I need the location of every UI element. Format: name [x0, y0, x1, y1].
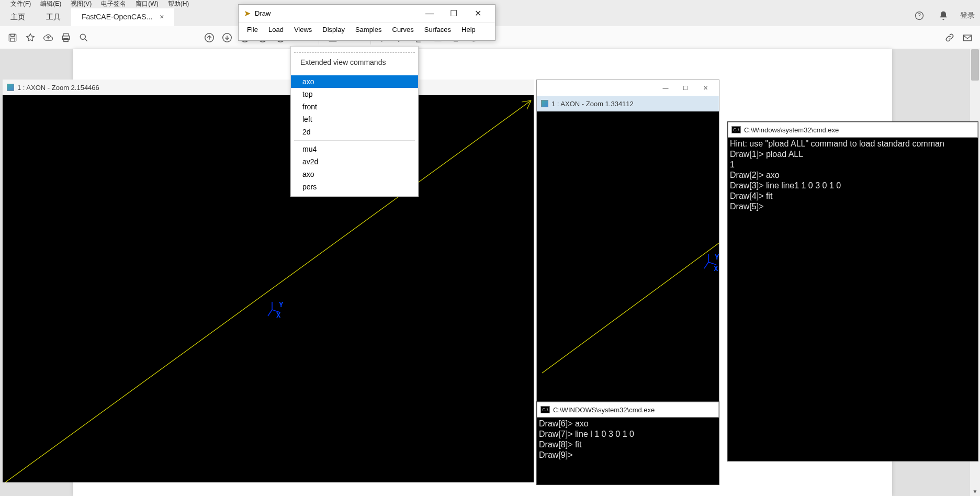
- cmd2-title: C:\Windows\system32\cmd.exe: [744, 126, 839, 134]
- draw-title: Draw: [255, 9, 418, 17]
- menu-display[interactable]: Display: [318, 24, 349, 35]
- menu-item[interactable]: 视图(V): [71, 0, 92, 7]
- tearoff-handle[interactable]: [294, 49, 415, 53]
- draw-app-window: ➤ Draw — ☐ ✕ File Load Views Display Sam…: [238, 4, 495, 41]
- menuitem-top[interactable]: top: [291, 88, 418, 100]
- menu-load[interactable]: Load: [264, 24, 288, 35]
- viewport1-titlebar[interactable]: 1 : AXON - Zoom 2.154466: [3, 80, 534, 95]
- tab-document-label: FastCAE-OpenCAS...: [82, 13, 152, 21]
- viewport-sysicon: [7, 84, 14, 91]
- close-icon[interactable]: ✕: [466, 5, 490, 22]
- viewport2-subtitlebar[interactable]: 1 : AXON - Zoom 1.334112: [537, 96, 719, 111]
- cmd1-title: C:\WINDOWS\system32\cmd.exe: [553, 406, 655, 414]
- close-icon[interactable]: ✕: [696, 82, 715, 94]
- viewport-window-2: — ☐ ✕ 1 : AXON - Zoom 1.334112 Y X: [536, 80, 719, 401]
- svg-rect-4: [10, 38, 15, 41]
- menuitem-axo[interactable]: axo: [291, 75, 418, 88]
- viewport2-canvas[interactable]: Y X: [537, 111, 719, 402]
- menu-views[interactable]: Views: [290, 24, 316, 35]
- link-icon[interactable]: [942, 30, 957, 45]
- menu-curves[interactable]: Curves: [388, 24, 418, 35]
- menuitem-2d[interactable]: 2d: [291, 126, 418, 138]
- svg-line-19: [542, 242, 719, 373]
- tab-close-icon[interactable]: ×: [160, 13, 164, 21]
- menu-item[interactable]: 电子签名: [101, 0, 126, 7]
- scrollbar-thumb[interactable]: [971, 49, 979, 81]
- minimize-icon[interactable]: —: [418, 5, 442, 22]
- login-link[interactable]: 登录: [960, 11, 975, 20]
- page-next-icon[interactable]: [220, 30, 234, 45]
- menu-item[interactable]: 窗口(W): [136, 0, 158, 7]
- page-prev-icon[interactable]: [202, 30, 217, 45]
- cmd1-titlebar[interactable]: C:\ C:\WINDOWS\system32\cmd.exe: [537, 402, 719, 418]
- menu-file[interactable]: File: [243, 24, 262, 35]
- save-icon[interactable]: [5, 30, 20, 45]
- maximize-icon[interactable]: ☐: [676, 82, 695, 94]
- menu-samples[interactable]: Samples: [351, 24, 386, 35]
- svg-line-18: [5, 100, 531, 482]
- host-right-controls: ? 登录: [912, 8, 975, 23]
- menu-item[interactable]: 文件(F): [10, 0, 31, 7]
- svg-text:?: ?: [918, 13, 921, 18]
- search-icon[interactable]: [76, 30, 91, 45]
- cmd1-output[interactable]: Draw[6]> axo Draw[7]> line l 1 0 3 0 1 0…: [537, 418, 719, 461]
- svg-rect-17: [964, 35, 972, 41]
- viewport2-titlebar[interactable]: — ☐ ✕: [537, 80, 719, 96]
- menu-item[interactable]: 编辑(E): [40, 0, 61, 7]
- draw-app-icon: ➤: [244, 8, 251, 18]
- separator: [294, 140, 415, 141]
- menuitem-mu4[interactable]: mu4: [291, 143, 418, 155]
- maximize-icon[interactable]: ☐: [442, 5, 466, 22]
- cmd-icon: C:\: [540, 406, 550, 413]
- tab-tools[interactable]: 工具: [36, 8, 71, 26]
- viewport1-canvas[interactable]: Y X: [3, 95, 534, 482]
- menuitem-pers[interactable]: pers: [291, 181, 418, 193]
- star-icon[interactable]: [23, 30, 38, 45]
- print-icon[interactable]: [59, 30, 73, 45]
- menu-surfaces[interactable]: Surfaces: [420, 24, 455, 35]
- viewport1-title: 1 : AXON - Zoom 2.154466: [17, 84, 530, 92]
- menuitem-left[interactable]: left: [291, 113, 418, 126]
- cloud-upload-icon[interactable]: [41, 30, 55, 45]
- separator: [294, 73, 415, 73]
- dropdown-section-title: Extended view commands: [291, 55, 418, 71]
- views-dropdown: Extended view commands axo top front lef…: [290, 46, 419, 197]
- draw-menubar: File Load Views Display Samples Curves S…: [239, 22, 495, 36]
- menu-help[interactable]: Help: [457, 24, 480, 35]
- viewport-sysicon: [541, 100, 548, 107]
- help-icon[interactable]: ?: [912, 8, 927, 23]
- menuitem-av2d[interactable]: av2d: [291, 155, 418, 168]
- svg-point-8: [80, 34, 85, 39]
- cmd2-output[interactable]: Hint: use "pload ALL" command to load st…: [728, 138, 978, 213]
- cmd-icon: C:\: [731, 126, 741, 133]
- menu-item[interactable]: 帮助(H): [168, 0, 189, 7]
- cmd2-titlebar[interactable]: C:\ C:\Windows\system32\cmd.exe: [728, 122, 978, 138]
- draw-titlebar[interactable]: ➤ Draw — ☐ ✕: [239, 5, 495, 22]
- tab-document[interactable]: FastCAE-OpenCAS... ×: [71, 8, 174, 26]
- svg-rect-3: [11, 34, 15, 36]
- cmd-window-1: C:\ C:\WINDOWS\system32\cmd.exe Draw[6]>…: [536, 401, 719, 485]
- svg-rect-7: [64, 38, 68, 41]
- viewport-window-1: 1 : AXON - Zoom 2.154466 Y X: [3, 80, 534, 482]
- minimize-icon[interactable]: —: [656, 82, 675, 94]
- mail-icon[interactable]: [960, 30, 975, 45]
- cmd-window-2: C:\ C:\Windows\system32\cmd.exe Hint: us…: [727, 121, 978, 461]
- menuitem-axo2[interactable]: axo: [291, 168, 418, 181]
- scroll-down-icon[interactable]: ▼: [970, 487, 980, 496]
- tab-home[interactable]: 主页: [0, 8, 36, 26]
- menuitem-front[interactable]: front: [291, 100, 418, 113]
- bell-icon[interactable]: [936, 8, 951, 23]
- viewport2-title: 1 : AXON - Zoom 1.334112: [551, 100, 715, 108]
